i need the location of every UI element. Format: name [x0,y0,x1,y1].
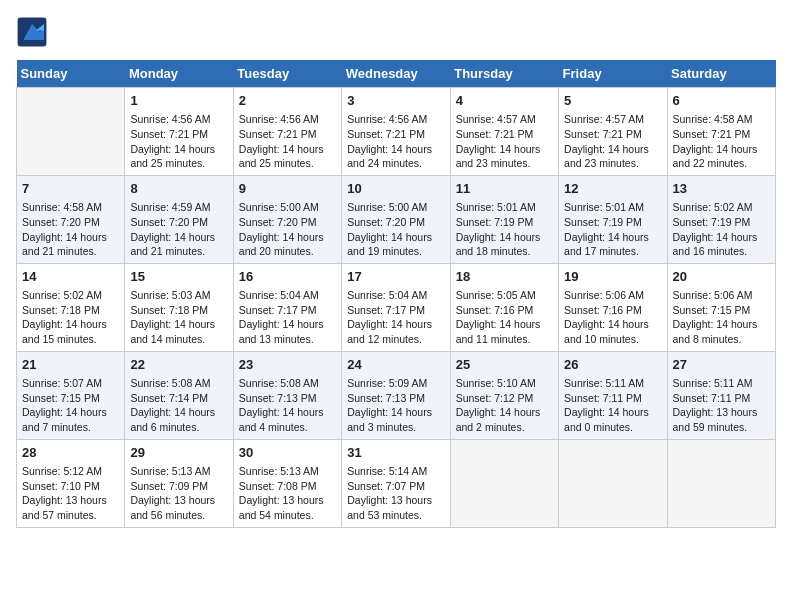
calendar-cell: 2Sunrise: 4:56 AM Sunset: 7:21 PM Daylig… [233,88,341,176]
day-info: Sunrise: 5:07 AM Sunset: 7:15 PM Dayligh… [22,376,119,435]
calendar-cell: 12Sunrise: 5:01 AM Sunset: 7:19 PM Dayli… [559,175,667,263]
calendar-header: SundayMondayTuesdayWednesdayThursdayFrid… [17,60,776,88]
day-number: 26 [564,356,661,374]
day-info: Sunrise: 5:11 AM Sunset: 7:11 PM Dayligh… [673,376,770,435]
weekday-header-sunday: Sunday [17,60,125,88]
logo-icon [16,16,48,48]
week-row: 21Sunrise: 5:07 AM Sunset: 7:15 PM Dayli… [17,351,776,439]
day-number: 15 [130,268,227,286]
day-info: Sunrise: 5:08 AM Sunset: 7:13 PM Dayligh… [239,376,336,435]
day-info: Sunrise: 5:04 AM Sunset: 7:17 PM Dayligh… [347,288,444,347]
weekday-header-monday: Monday [125,60,233,88]
weekday-header-friday: Friday [559,60,667,88]
calendar-cell: 3Sunrise: 4:56 AM Sunset: 7:21 PM Daylig… [342,88,450,176]
calendar-cell: 18Sunrise: 5:05 AM Sunset: 7:16 PM Dayli… [450,263,558,351]
logo [16,16,52,48]
day-number: 12 [564,180,661,198]
day-number: 19 [564,268,661,286]
day-info: Sunrise: 5:02 AM Sunset: 7:19 PM Dayligh… [673,200,770,259]
day-number: 5 [564,92,661,110]
calendar-cell: 4Sunrise: 4:57 AM Sunset: 7:21 PM Daylig… [450,88,558,176]
page-header [16,16,776,48]
calendar-cell [17,88,125,176]
day-info: Sunrise: 5:13 AM Sunset: 7:09 PM Dayligh… [130,464,227,523]
day-info: Sunrise: 5:02 AM Sunset: 7:18 PM Dayligh… [22,288,119,347]
day-number: 20 [673,268,770,286]
day-info: Sunrise: 5:06 AM Sunset: 7:15 PM Dayligh… [673,288,770,347]
weekday-header-thursday: Thursday [450,60,558,88]
day-number: 31 [347,444,444,462]
day-number: 22 [130,356,227,374]
week-row: 1Sunrise: 4:56 AM Sunset: 7:21 PM Daylig… [17,88,776,176]
day-number: 1 [130,92,227,110]
day-info: Sunrise: 4:58 AM Sunset: 7:21 PM Dayligh… [673,112,770,171]
day-number: 23 [239,356,336,374]
calendar-cell: 23Sunrise: 5:08 AM Sunset: 7:13 PM Dayli… [233,351,341,439]
day-number: 2 [239,92,336,110]
calendar-cell [450,439,558,527]
day-number: 4 [456,92,553,110]
weekday-header-wednesday: Wednesday [342,60,450,88]
calendar-cell: 1Sunrise: 4:56 AM Sunset: 7:21 PM Daylig… [125,88,233,176]
day-info: Sunrise: 5:01 AM Sunset: 7:19 PM Dayligh… [456,200,553,259]
calendar-cell: 21Sunrise: 5:07 AM Sunset: 7:15 PM Dayli… [17,351,125,439]
calendar-cell: 9Sunrise: 5:00 AM Sunset: 7:20 PM Daylig… [233,175,341,263]
week-row: 28Sunrise: 5:12 AM Sunset: 7:10 PM Dayli… [17,439,776,527]
day-info: Sunrise: 5:13 AM Sunset: 7:08 PM Dayligh… [239,464,336,523]
day-number: 21 [22,356,119,374]
day-info: Sunrise: 5:10 AM Sunset: 7:12 PM Dayligh… [456,376,553,435]
calendar-cell: 27Sunrise: 5:11 AM Sunset: 7:11 PM Dayli… [667,351,775,439]
day-number: 3 [347,92,444,110]
calendar-cell: 5Sunrise: 4:57 AM Sunset: 7:21 PM Daylig… [559,88,667,176]
calendar-cell: 28Sunrise: 5:12 AM Sunset: 7:10 PM Dayli… [17,439,125,527]
day-number: 16 [239,268,336,286]
week-row: 7Sunrise: 4:58 AM Sunset: 7:20 PM Daylig… [17,175,776,263]
calendar-cell: 7Sunrise: 4:58 AM Sunset: 7:20 PM Daylig… [17,175,125,263]
day-number: 13 [673,180,770,198]
calendar-cell: 26Sunrise: 5:11 AM Sunset: 7:11 PM Dayli… [559,351,667,439]
calendar-cell: 22Sunrise: 5:08 AM Sunset: 7:14 PM Dayli… [125,351,233,439]
day-number: 27 [673,356,770,374]
calendar-cell: 30Sunrise: 5:13 AM Sunset: 7:08 PM Dayli… [233,439,341,527]
day-number: 14 [22,268,119,286]
calendar-cell: 17Sunrise: 5:04 AM Sunset: 7:17 PM Dayli… [342,263,450,351]
calendar-cell [559,439,667,527]
day-info: Sunrise: 4:57 AM Sunset: 7:21 PM Dayligh… [456,112,553,171]
calendar-cell: 15Sunrise: 5:03 AM Sunset: 7:18 PM Dayli… [125,263,233,351]
day-info: Sunrise: 5:06 AM Sunset: 7:16 PM Dayligh… [564,288,661,347]
weekday-row: SundayMondayTuesdayWednesdayThursdayFrid… [17,60,776,88]
day-number: 18 [456,268,553,286]
day-number: 10 [347,180,444,198]
day-info: Sunrise: 5:04 AM Sunset: 7:17 PM Dayligh… [239,288,336,347]
day-info: Sunrise: 4:57 AM Sunset: 7:21 PM Dayligh… [564,112,661,171]
day-info: Sunrise: 5:05 AM Sunset: 7:16 PM Dayligh… [456,288,553,347]
calendar-cell: 10Sunrise: 5:00 AM Sunset: 7:20 PM Dayli… [342,175,450,263]
calendar-body: 1Sunrise: 4:56 AM Sunset: 7:21 PM Daylig… [17,88,776,528]
day-info: Sunrise: 5:11 AM Sunset: 7:11 PM Dayligh… [564,376,661,435]
day-info: Sunrise: 5:00 AM Sunset: 7:20 PM Dayligh… [347,200,444,259]
day-number: 24 [347,356,444,374]
day-info: Sunrise: 5:12 AM Sunset: 7:10 PM Dayligh… [22,464,119,523]
day-number: 7 [22,180,119,198]
calendar-cell: 19Sunrise: 5:06 AM Sunset: 7:16 PM Dayli… [559,263,667,351]
weekday-header-tuesday: Tuesday [233,60,341,88]
calendar-cell [667,439,775,527]
calendar-cell: 31Sunrise: 5:14 AM Sunset: 7:07 PM Dayli… [342,439,450,527]
day-number: 30 [239,444,336,462]
day-info: Sunrise: 4:56 AM Sunset: 7:21 PM Dayligh… [347,112,444,171]
calendar-cell: 29Sunrise: 5:13 AM Sunset: 7:09 PM Dayli… [125,439,233,527]
day-info: Sunrise: 5:14 AM Sunset: 7:07 PM Dayligh… [347,464,444,523]
day-number: 9 [239,180,336,198]
day-number: 25 [456,356,553,374]
weekday-header-saturday: Saturday [667,60,775,88]
day-number: 8 [130,180,227,198]
calendar-cell: 8Sunrise: 4:59 AM Sunset: 7:20 PM Daylig… [125,175,233,263]
day-info: Sunrise: 5:03 AM Sunset: 7:18 PM Dayligh… [130,288,227,347]
calendar-cell: 6Sunrise: 4:58 AM Sunset: 7:21 PM Daylig… [667,88,775,176]
day-info: Sunrise: 5:00 AM Sunset: 7:20 PM Dayligh… [239,200,336,259]
day-number: 6 [673,92,770,110]
calendar-cell: 24Sunrise: 5:09 AM Sunset: 7:13 PM Dayli… [342,351,450,439]
day-number: 11 [456,180,553,198]
day-info: Sunrise: 5:09 AM Sunset: 7:13 PM Dayligh… [347,376,444,435]
day-number: 17 [347,268,444,286]
